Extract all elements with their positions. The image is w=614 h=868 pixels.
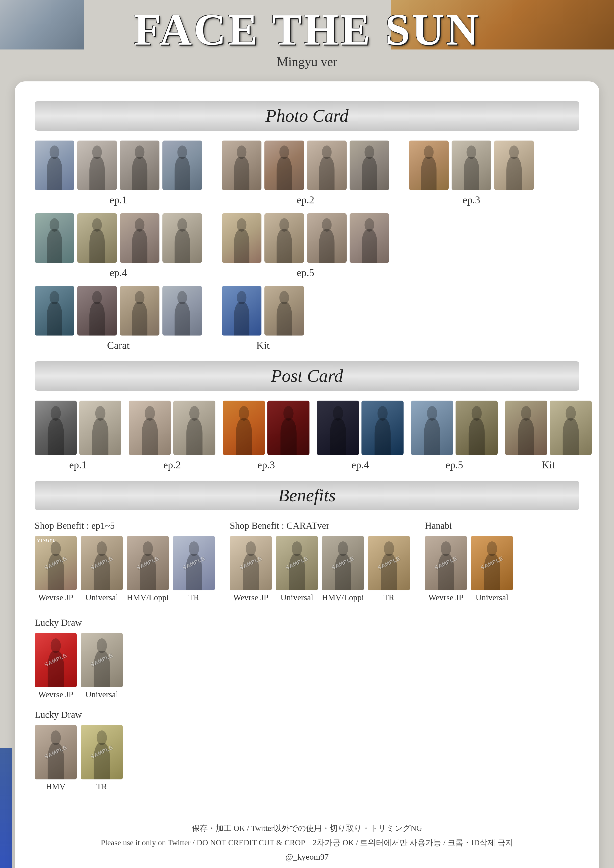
photo-card bbox=[77, 213, 117, 263]
photo-card bbox=[35, 213, 74, 263]
ep5-label: ep.5 bbox=[297, 267, 314, 279]
photocard-group-ep4: ep.4 bbox=[35, 213, 202, 279]
benefits-row-2: Lucky Draw SAMPLE HMV SAMPLE TR bbox=[35, 709, 579, 791]
postcard-group-ep5: ep.5 bbox=[411, 401, 497, 471]
benefits-title: Benefits bbox=[278, 485, 336, 505]
benefit-label-carat-hmvloppi: HMV/Loppi bbox=[322, 593, 364, 602]
photo-card bbox=[120, 213, 159, 263]
bg-bottom-left bbox=[0, 748, 12, 868]
benefit-img: SAMPLE bbox=[173, 536, 215, 591]
benefit-img: SAMPLE bbox=[471, 536, 513, 591]
footer: 保存・加工 OK / Twitter以外での使用・切り取り・トリミングNG Pl… bbox=[35, 811, 579, 866]
photo-card bbox=[350, 213, 389, 263]
footer-line2: Please use it only on Twitter / DO NOT C… bbox=[35, 835, 579, 850]
kit-images bbox=[222, 286, 304, 336]
benefit-item-lucky2-hmv: SAMPLE HMV bbox=[35, 725, 77, 791]
benefit-img: SAMPLE bbox=[81, 725, 123, 780]
benefit-img: SAMPLE bbox=[35, 633, 77, 687]
lucky-draw-1-group: Lucky Draw SAMPLE Wevrse JP SAMPLE Unive… bbox=[35, 617, 123, 699]
benefit-img: SAMPLE bbox=[81, 633, 123, 687]
benefit-item-carat-wevrsejp: SAMPLE Wevrse JP bbox=[230, 536, 272, 602]
post-card bbox=[129, 401, 171, 455]
post-card bbox=[317, 401, 359, 455]
benefit-item-carat-universal: SAMPLE Universal bbox=[276, 536, 318, 602]
postcard-ep1-images bbox=[35, 401, 121, 455]
photocard-group-ep1: ep.1 bbox=[35, 141, 202, 206]
postcard-title: Post Card bbox=[271, 366, 343, 386]
photo-card bbox=[494, 141, 534, 190]
benefit-label-lucky2-tr: TR bbox=[96, 782, 107, 791]
photo-card bbox=[222, 213, 261, 263]
post-card bbox=[79, 401, 121, 455]
shop-benefit-ep1-5: Shop Benefit : ep1~5 MINGYU SAMPLE Wevrs… bbox=[35, 520, 215, 602]
post-card bbox=[455, 401, 497, 455]
carat-label: Carat bbox=[107, 339, 130, 351]
hanabi-items: SAMPLE Wevrse JP SAMPLE Universal bbox=[425, 536, 513, 602]
ep4-label: ep.4 bbox=[109, 267, 127, 279]
footer-handle: @_kyeom97 bbox=[35, 852, 579, 862]
postcard-ep3-images bbox=[223, 401, 309, 455]
benefit-item-carat-tr: SAMPLE TR bbox=[368, 536, 410, 602]
photo-card bbox=[162, 286, 202, 336]
benefits-section-header: Benefits bbox=[35, 481, 579, 510]
photo-card bbox=[222, 286, 261, 336]
postcard-group-ep4: ep.4 bbox=[317, 401, 404, 471]
postcard-ep5-images bbox=[411, 401, 497, 455]
benefit-img: SAMPLE bbox=[35, 725, 77, 780]
ep3-images bbox=[409, 141, 534, 190]
photocard-row-2: ep.4 ep.5 bbox=[35, 213, 579, 279]
benefit-label-tr: TR bbox=[188, 593, 199, 602]
benefit-item-carat-hmvloppi: SAMPLE HMV/Loppi bbox=[322, 536, 364, 602]
photo-card bbox=[264, 141, 304, 190]
postcard-ep5-label: ep.5 bbox=[445, 459, 463, 471]
postcard-kit-images bbox=[505, 401, 592, 455]
photocard-group-ep3: ep.3 bbox=[409, 141, 534, 206]
benefit-item-universal: SAMPLE Universal bbox=[81, 536, 123, 602]
benefit-img: MINGYU SAMPLE bbox=[35, 536, 77, 591]
photo-card bbox=[264, 213, 304, 263]
photo-card bbox=[77, 141, 117, 190]
photo-card bbox=[120, 286, 159, 336]
photo-card bbox=[162, 213, 202, 263]
benefit-img: SAMPLE bbox=[127, 536, 169, 591]
post-card bbox=[35, 401, 77, 455]
page-subtitle: Mingyu ver bbox=[0, 54, 614, 69]
benefit-label-lucky2-hmv: HMV bbox=[46, 782, 65, 791]
postcard-ep2-label: ep.2 bbox=[163, 459, 181, 471]
photo-card bbox=[264, 286, 304, 336]
photocard-row-1: ep.1 ep.2 ep.3 bbox=[35, 141, 579, 206]
photocard-row-3: Carat Kit bbox=[35, 286, 579, 351]
shop-benefit-ep1-5-items: MINGYU SAMPLE Wevrse JP SAMPLE Universal bbox=[35, 536, 215, 602]
photocard-group-ep5: ep.5 bbox=[222, 213, 389, 279]
kit-label: Kit bbox=[256, 339, 270, 351]
benefit-label-carat-wevrsejp: Wevrse JP bbox=[233, 593, 268, 602]
benefit-item-hanabi-universal: SAMPLE Universal bbox=[471, 536, 513, 602]
postcard-ep4-label: ep.4 bbox=[351, 459, 369, 471]
benefit-label-lucky1-wevrsejp: Wevrse JP bbox=[38, 690, 73, 699]
hanabi-title: Hanabi bbox=[425, 520, 513, 531]
benefit-img: SAMPLE bbox=[368, 536, 410, 591]
postcard-group-ep2: ep.2 bbox=[129, 401, 215, 471]
shop-benefit-carat-title: Shop Benefit : CARATver bbox=[230, 520, 410, 531]
photo-card bbox=[350, 141, 389, 190]
lucky-draw-2-title: Lucky Draw bbox=[35, 709, 123, 720]
postcard-kit-label: Kit bbox=[542, 459, 555, 471]
post-card bbox=[223, 401, 265, 455]
photo-card bbox=[452, 141, 491, 190]
lucky-draw-2-group: Lucky Draw SAMPLE HMV SAMPLE TR bbox=[35, 709, 123, 791]
photocard-group-kit: Kit bbox=[222, 286, 304, 351]
benefit-label-lucky1-universal: Universal bbox=[85, 690, 118, 699]
photo-card bbox=[120, 141, 159, 190]
ep2-label: ep.2 bbox=[297, 194, 314, 206]
postcard-section-header: Post Card bbox=[35, 361, 579, 391]
ep2-images bbox=[222, 141, 389, 190]
lucky-draw-1-items: SAMPLE Wevrse JP SAMPLE Universal bbox=[35, 633, 123, 699]
benefit-label-carat-universal: Universal bbox=[280, 593, 313, 602]
mingyu-label: MINGYU bbox=[37, 538, 56, 543]
benefit-label-wevrsejp: Wevrse JP bbox=[38, 593, 73, 602]
photo-card bbox=[35, 286, 74, 336]
benefit-label-carat-tr: TR bbox=[384, 593, 394, 602]
footer-line1: 保存・加工 OK / Twitter以外での使用・切り取り・トリミングNG bbox=[35, 821, 579, 835]
post-card bbox=[173, 401, 215, 455]
benefit-item-lucky1-wevrsejp: SAMPLE Wevrse JP bbox=[35, 633, 77, 699]
